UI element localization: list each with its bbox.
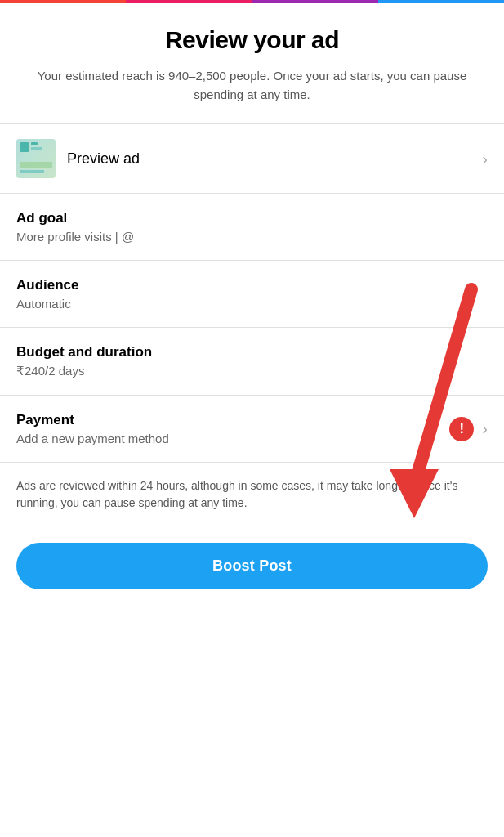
svg-rect-4 [31,142,38,145]
boost-button-container: Boost Post [0,535,504,614]
payment-title: Payment [16,412,449,428]
thumbnail-image [16,139,56,178]
payment-row-inner: Payment Add a new payment method ! › [16,412,488,445]
ad-goal-title: Ad goal [16,210,488,226]
svg-rect-2 [20,170,44,173]
payment-value: Add a new payment method [16,432,449,445]
progress-segment-3 [252,0,378,3]
preview-ad-label: Preview ad [67,150,482,168]
preview-ad-chevron-icon: › [482,150,488,168]
payment-section[interactable]: Payment Add a new payment method ! › [0,396,504,463]
preview-ad-row[interactable]: Preview ad › [0,124,504,194]
page-title: Review your ad [0,26,504,54]
thumbnail-svg [16,139,56,178]
payment-actions: ! › [449,417,488,441]
info-text: Ads are reviewed within 24 hours, althou… [0,463,504,535]
boost-post-button[interactable]: Boost Post [16,543,488,589]
audience-section: Audience Automatic [0,261,504,328]
page-subtitle: Your estimated reach is 940–2,500 people… [0,67,504,104]
progress-segment-1 [0,0,126,3]
audience-title: Audience [16,277,488,293]
budget-value: ₹240/2 days [16,364,488,378]
svg-rect-1 [20,162,52,168]
ad-goal-username [134,230,165,244]
budget-section: Budget and duration ₹240/2 days [0,328,504,396]
payment-alert-icon: ! [449,417,474,441]
ad-goal-section: Ad goal More profile visits | @ [0,194,504,261]
audience-value: Automatic [16,297,488,311]
ad-goal-value: More profile visits | @ [16,230,488,244]
svg-rect-3 [20,142,29,152]
payment-content: Payment Add a new payment method [16,412,449,445]
budget-title: Budget and duration [16,344,488,360]
progress-segment-2 [126,0,252,3]
payment-chevron-icon: › [482,419,488,438]
progress-segment-4 [378,0,504,3]
progress-bar [0,0,504,3]
svg-rect-5 [31,147,42,150]
preview-thumbnail [16,139,56,178]
